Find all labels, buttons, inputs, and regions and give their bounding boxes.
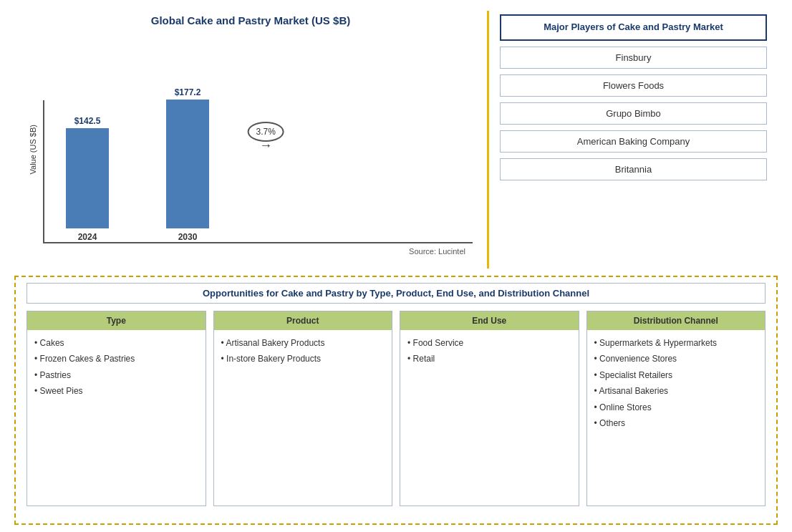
player-finsbury: Finsbury [500, 47, 767, 69]
distribution-column-body: Supermarkets & Hypermarkets Convenience … [587, 330, 766, 506]
list-item: Sweet Pies [34, 384, 198, 398]
chart-inner: $142.5 2024 3.7% → $177.2 [43, 100, 473, 265]
list-item: Artisanal Bakery Products [221, 336, 385, 350]
chart-wrapper: Value (US $B) $142.5 2024 3.7% → [29, 34, 473, 265]
list-item: Frozen Cakes & Pastries [34, 352, 198, 366]
list-item: Food Service [407, 336, 571, 350]
product-column-header: Product [214, 311, 392, 330]
cagr-arrow: → [259, 138, 272, 153]
bar-value-2030: $177.2 [175, 87, 201, 97]
bar-group-2030: $177.2 2030 [166, 87, 209, 242]
product-column: Product Artisanal Bakery Products In-sto… [213, 311, 393, 506]
bar-label-2030: 2030 [178, 232, 198, 242]
cagr-annotation: 3.7% → [248, 122, 284, 153]
list-item: Retail [407, 352, 571, 366]
list-item: Others [594, 416, 758, 430]
list-item: Specialist Retailers [594, 368, 758, 382]
enduse-column: End Use Food Service Retail [400, 311, 579, 506]
opportunities-title: Opportunities for Cake and Pastry by Typ… [26, 283, 766, 304]
distribution-column: Distribution Channel Supermarkets & Hype… [586, 311, 766, 506]
product-column-body: Artisanal Bakery Products In-store Baker… [214, 330, 392, 506]
type-column-header: Type [27, 311, 206, 330]
top-section: Global Cake and Pastry Market (US $B) Va… [14, 7, 778, 272]
bars-container: $142.5 2024 3.7% → $177.2 [43, 100, 473, 243]
type-column-body: Cakes Frozen Cakes & Pastries Pastries S… [27, 330, 206, 506]
columns-container: Type Cakes Frozen Cakes & Pastries Pastr… [26, 311, 766, 506]
player-britannia: Britannia [500, 158, 767, 180]
list-item: Supermarkets & Hypermarkets [594, 336, 758, 350]
list-item: Convenience Stores [594, 352, 758, 366]
chart-area: Global Cake and Pastry Market (US $B) Va… [14, 7, 487, 272]
bar-group-2024: $142.5 2024 [66, 116, 109, 242]
chart-title: Global Cake and Pastry Market (US $B) [151, 14, 350, 26]
enduse-column-body: Food Service Retail [400, 330, 579, 506]
list-item: Artisanal Bakeries [594, 384, 758, 398]
player-american-baking: American Baking Company [500, 130, 767, 153]
player-grupo-bimbo: Grupo Bimbo [500, 102, 767, 125]
major-players-area: Major Players of Cake and Pastry Market … [489, 7, 778, 272]
bottom-section: Opportunities for Cake and Pastry by Typ… [14, 276, 778, 525]
y-axis-label: Value (US $B) [29, 125, 37, 175]
list-item: In-store Bakery Products [221, 352, 385, 366]
major-players-title: Major Players of Cake and Pastry Market [500, 14, 767, 41]
bar-2030 [166, 100, 209, 228]
list-item: Online Stores [594, 400, 758, 415]
bar-2024 [66, 128, 109, 228]
source-text: Source: Lucintel [43, 247, 473, 256]
bar-label-2024: 2024 [78, 232, 97, 242]
type-column: Type Cakes Frozen Cakes & Pastries Pastr… [26, 311, 206, 506]
main-container: Global Cake and Pastry Market (US $B) Va… [0, 0, 792, 532]
list-item: Pastries [34, 368, 198, 382]
bar-value-2024: $142.5 [74, 116, 101, 126]
enduse-column-header: End Use [400, 311, 579, 330]
distribution-column-header: Distribution Channel [587, 311, 766, 330]
player-flowers-foods: Flowers Foods [500, 74, 767, 97]
list-item: Cakes [34, 336, 198, 350]
